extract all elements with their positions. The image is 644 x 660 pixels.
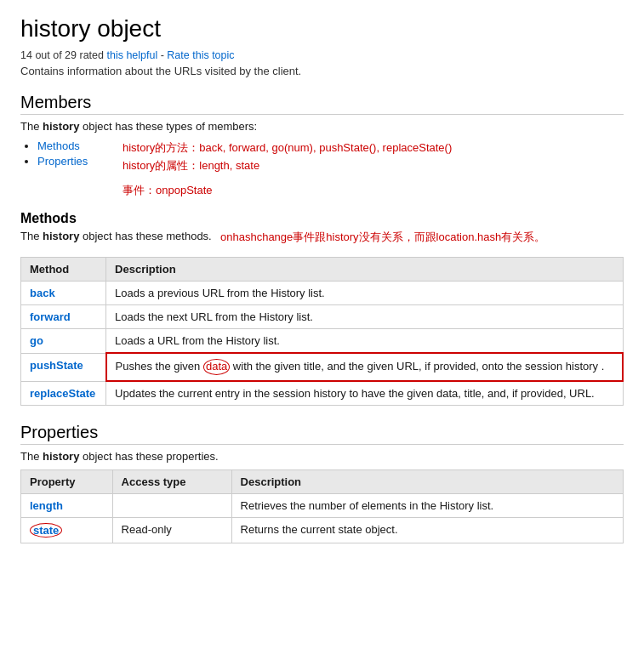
list-item-methods: Methods	[37, 139, 105, 152]
props-col-access: Access type	[112, 470, 231, 494]
method-cell: back	[21, 282, 106, 305]
table-row: goLoads a URL from the History list.	[21, 329, 624, 354]
table-row: replaceStateUpdates the current entry in…	[21, 381, 624, 406]
annotation-methods: history的方法：back, forward, go(num), pushS…	[123, 139, 452, 157]
methods-col-description: Description	[106, 258, 623, 282]
circled-property: state	[30, 523, 62, 538]
description-cell: Loads a URL from the History list.	[106, 329, 623, 354]
rating-text: 14 out of 29 rated	[20, 49, 106, 61]
description-cell: Updates the current entry in the session…	[106, 381, 623, 406]
description-cell: Loads a previous URL from the History li…	[106, 282, 623, 305]
onhash-note: onhashchange事件跟history没有关系，而跟location.ha…	[220, 230, 545, 245]
description-cell: Loads the next URL from the History list…	[106, 305, 623, 329]
description-cell: Retrieves the number of elements in the …	[231, 494, 623, 518]
members-heading: Members	[20, 93, 624, 115]
methods-heading: Methods	[20, 211, 624, 226]
properties-description: The history object has these properties.	[20, 450, 624, 463]
table-row: forwardLoads the next URL from the Histo…	[21, 305, 624, 329]
table-row: lengthRetrieves the number of elements i…	[21, 494, 624, 518]
methods-col-method: Method	[21, 258, 106, 282]
methods-table: Method Description backLoads a previous …	[20, 257, 624, 406]
method-cell: forward	[21, 305, 106, 329]
annotation-properties: history的属性：length, state	[123, 157, 452, 175]
annotation-block: history的方法：back, forward, go(num), pushS…	[123, 139, 452, 199]
property-cell: state	[21, 518, 113, 543]
description-cell: Pushes the given data with the given tit…	[106, 353, 623, 381]
methods-description: The history object has these methods. on…	[20, 230, 624, 253]
access-cell	[112, 494, 231, 518]
description-cell: Returns the current state object.	[231, 518, 623, 543]
members-list: Methods Properties	[20, 139, 123, 199]
rate-topic-link[interactable]: Rate this topic	[167, 49, 234, 61]
rating-line: 14 out of 29 rated this helpful - Rate t…	[20, 49, 624, 61]
properties-heading: Properties	[20, 423, 624, 445]
list-item-properties: Properties	[37, 155, 105, 168]
annotation-events: 事件：onpopState	[123, 182, 452, 200]
page-subtitle: Contains information about the URLs visi…	[20, 65, 624, 77]
access-cell: Read-only	[112, 518, 231, 543]
table-row: backLoads a previous URL from the Histor…	[21, 282, 624, 305]
table-row: stateRead-onlyReturns the current state …	[21, 518, 624, 543]
circled-data: data	[203, 359, 230, 375]
props-col-description: Description	[231, 470, 623, 494]
method-cell: go	[21, 329, 106, 354]
members-description: The history object has these types of me…	[20, 120, 624, 133]
properties-table: Property Access type Description lengthR…	[20, 469, 624, 543]
rating-separator: -	[157, 49, 167, 61]
table-row: pushStatePushes the given data with the …	[21, 353, 624, 381]
method-cell: pushState	[21, 353, 106, 381]
property-cell: length	[21, 494, 113, 518]
props-col-property: Property	[21, 470, 113, 494]
helpful-link[interactable]: this helpful	[106, 49, 157, 61]
method-cell: replaceState	[21, 381, 106, 406]
page-title: history object	[20, 15, 624, 43]
